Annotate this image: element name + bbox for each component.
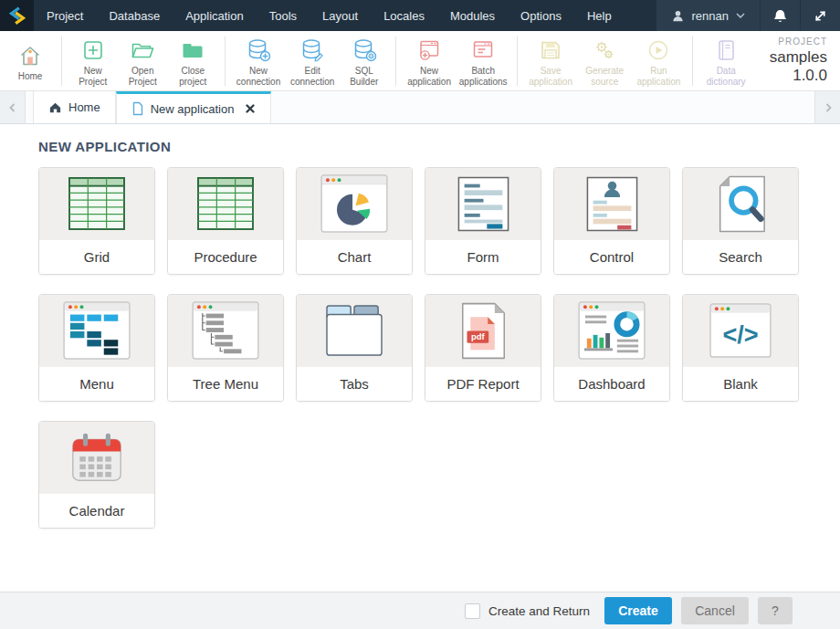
pdf-report-icon (458, 302, 509, 360)
app-card-dashboard[interactable]: Dashboard (553, 294, 670, 402)
app-card-label: Procedure (168, 239, 283, 274)
toolbar-button-label: Generate source (583, 66, 626, 88)
file-icon (131, 101, 144, 116)
app-card-calendar[interactable]: Calendar (38, 421, 155, 529)
bell-icon (772, 8, 788, 24)
tab-scroll-right-button[interactable] (814, 91, 840, 123)
db-sql-icon (352, 37, 377, 63)
toolbar-new-project-button[interactable]: New Project (68, 34, 118, 88)
app-card-label: Control (554, 239, 669, 274)
project-info: PROJECT samples 1.0.0 (753, 37, 840, 85)
generate-icon (592, 37, 617, 63)
app-new-icon (416, 37, 442, 63)
app-card-icon-area (39, 168, 154, 239)
tab-bar: Home New application (0, 91, 840, 124)
app-card-label: Blank (683, 366, 798, 401)
toolbar-button-label: Run application (636, 66, 680, 88)
run-icon (646, 37, 671, 63)
create-and-return-checkbox[interactable] (465, 603, 480, 619)
app-card-icon-area (425, 295, 541, 366)
chevron-down-icon (736, 13, 745, 18)
menu-item-application[interactable]: Application (173, 0, 257, 31)
app-card-menu[interactable]: Menu (38, 294, 155, 402)
app-card-grid[interactable]: Grid (38, 167, 155, 275)
chart-icon (320, 174, 388, 233)
toolbar-separator (61, 37, 62, 86)
tab-home[interactable]: Home (33, 91, 116, 123)
tree-menu-icon (192, 301, 259, 360)
menu-item-project[interactable]: Project (34, 0, 96, 31)
footer-bar: Create and Return Create Cancel ? (0, 592, 840, 629)
app-card-tabs[interactable]: Tabs (296, 294, 413, 402)
menu-item-layout[interactable]: Layout (310, 0, 371, 31)
app-batch-icon (470, 37, 496, 63)
home-icon (48, 100, 62, 114)
app-card-blank[interactable]: Blank (682, 294, 799, 402)
app-card-label: Tree Menu (168, 366, 283, 401)
toolbar-button-label: New Project (74, 66, 112, 88)
user-menu[interactable]: rennan (656, 0, 760, 31)
toolbar-button-label: Save application (529, 66, 572, 88)
tab-close-button[interactable] (245, 103, 256, 114)
menu-item-tools[interactable]: Tools (257, 0, 310, 31)
toolbar-home-button[interactable]: Home (5, 39, 55, 82)
app-card-label: Calendar (39, 493, 154, 528)
toolbar-separator (517, 37, 518, 86)
toolbar-button-label: Edit connection (290, 66, 334, 88)
create-and-return-group: Create and Return (465, 603, 590, 619)
cancel-button[interactable]: Cancel (681, 597, 749, 624)
toolbar-edit-connection-button[interactable]: Edit connection (286, 34, 340, 88)
menu-item-help[interactable]: Help (574, 0, 625, 31)
toolbar-buttons: HomeNew ProjectOpen ProjectClose project… (5, 34, 753, 88)
fullscreen-button[interactable] (800, 0, 840, 31)
tab-new-application-label: New application (151, 102, 235, 116)
app-card-pdf-report[interactable]: PDF Report (425, 294, 541, 402)
new-project-icon (80, 37, 106, 63)
menu-item-locales[interactable]: Locales (371, 0, 437, 31)
toolbar-batch-applications-button[interactable]: Batch applications (457, 34, 510, 88)
procedure-icon (197, 177, 254, 230)
app-card-search[interactable]: Search (682, 167, 799, 275)
app-logo[interactable] (0, 0, 34, 31)
blank-icon (709, 303, 772, 358)
menu-item-database[interactable]: Database (96, 0, 173, 31)
toolbar-button-label: New application (407, 66, 451, 88)
notifications-button[interactable] (760, 0, 800, 31)
menubar-right: rennan (656, 0, 840, 31)
menu-item-options[interactable]: Options (508, 0, 574, 31)
app-card-tree-menu[interactable]: Tree Menu (167, 294, 284, 402)
toolbar-open-project-button[interactable]: Open Project (118, 34, 168, 88)
toolbar-run-application-button: Run application (632, 34, 686, 88)
app-card-procedure[interactable]: Procedure (167, 167, 284, 275)
help-button[interactable]: ? (758, 597, 793, 624)
app-card-chart[interactable]: Chart (296, 167, 413, 275)
tab-new-application[interactable]: New application (116, 91, 272, 123)
toolbar-button-label: Data dictionary (705, 66, 748, 88)
arrow-right-icon (823, 102, 834, 113)
toolbar-new-connection-button[interactable]: New connection (231, 34, 285, 88)
db-edit-icon (299, 37, 325, 63)
toolbar-button-label: New connection (236, 66, 280, 88)
app-card-icon-area (39, 422, 154, 493)
app-card-form[interactable]: Form (425, 167, 541, 275)
expand-icon (814, 9, 827, 23)
app-window: ProjectDatabaseApplicationToolsLayoutLoc… (0, 0, 840, 629)
toolbar-close-project-button[interactable]: Close project (168, 34, 218, 88)
app-card-icon-area (683, 295, 798, 366)
toolbar-new-application-button[interactable]: New application (402, 34, 456, 88)
save-icon (538, 37, 563, 63)
toolbar-sql-builder-button[interactable]: SQL Builder (340, 34, 389, 88)
db-new-icon (246, 37, 271, 63)
app-card-icon-area (554, 168, 669, 239)
create-button[interactable]: Create (604, 597, 672, 624)
app-card-label: Grid (39, 239, 154, 274)
app-card-icon-area (683, 168, 798, 239)
toolbar-separator (225, 37, 226, 86)
create-and-return-label: Create and Return (488, 604, 590, 618)
app-card-label: PDF Report (425, 366, 541, 401)
toolbar-save-application-button: Save application (523, 34, 577, 88)
tab-scroll-left-button[interactable] (0, 91, 26, 123)
toolbar-data-dictionary-button[interactable]: Data dictionary (699, 34, 753, 88)
menu-item-modules[interactable]: Modules (437, 0, 508, 31)
app-card-control[interactable]: Control (553, 167, 670, 275)
